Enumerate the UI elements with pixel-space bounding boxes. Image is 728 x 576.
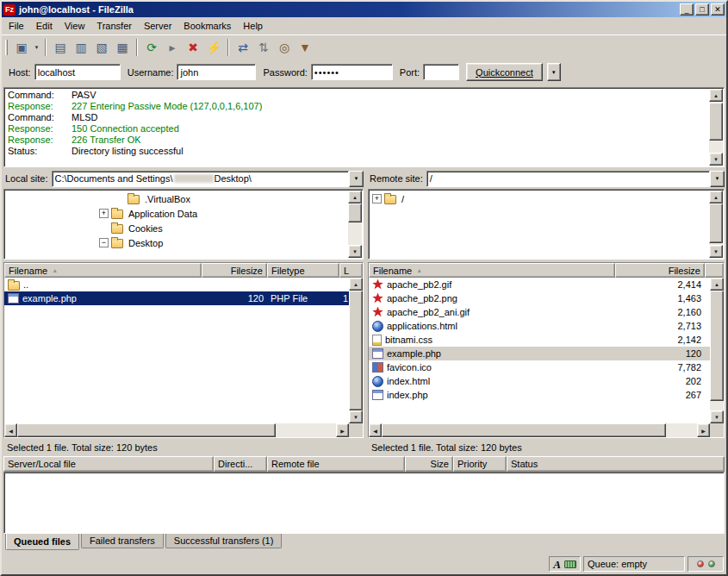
file-row[interactable]: favicon.ico7,782 <box>369 360 710 374</box>
remote-site-value[interactable]: / <box>426 171 710 187</box>
menu-help[interactable]: Help <box>237 18 269 34</box>
scroll-up-icon[interactable]: ▲ <box>709 89 723 102</box>
scroll-down-icon[interactable]: ▼ <box>348 245 362 258</box>
column-header-filesize[interactable]: Filesize <box>615 263 705 278</box>
toggle-remote-tree-icon[interactable]: ▧ <box>91 38 112 57</box>
scroll-left-icon[interactable]: ◀ <box>369 423 382 437</box>
file-row[interactable]: apache_pb2.gif2,414 <box>369 278 710 291</box>
scrollbar-track[interactable] <box>709 102 723 153</box>
quickconnect-dropdown-button[interactable]: ▼ <box>547 63 561 81</box>
scroll-up-icon[interactable]: ▲ <box>710 278 724 291</box>
toggle-log-icon[interactable]: ▤ <box>50 38 71 57</box>
port-input[interactable] <box>423 64 459 80</box>
scrollbar-track[interactable] <box>382 423 697 437</box>
close-button[interactable]: ✕ <box>711 3 725 16</box>
scrollbar-thumb[interactable] <box>17 423 276 437</box>
tree-item[interactable]: −Desktop <box>6 235 345 250</box>
tree-item[interactable]: Cookies <box>6 221 345 235</box>
tree-collapse-icon[interactable]: − <box>99 238 109 247</box>
file-row[interactable]: example.php120 <box>369 347 710 360</box>
site-manager-icon[interactable]: ▣ <box>11 38 32 57</box>
local-site-combo[interactable]: C:\Documents and Settings\ Desktop\ ▼ <box>52 171 364 187</box>
column-header-filler[interactable] <box>705 263 724 278</box>
scrollbar-track[interactable] <box>709 203 723 245</box>
refresh-icon[interactable]: ⟳ <box>141 38 162 57</box>
compare-icon[interactable]: ⇄ <box>233 38 253 57</box>
scrollbar-thumb[interactable] <box>382 423 666 437</box>
scroll-down-icon[interactable]: ▼ <box>709 245 723 258</box>
column-header-l[interactable]: L <box>339 263 363 278</box>
tree-expand-icon[interactable]: + <box>99 209 109 218</box>
local-list-hscrollbar[interactable]: ◀▶ <box>4 423 349 437</box>
menu-transfer[interactable]: Transfer <box>90 18 138 34</box>
quickconnect-button[interactable]: Quickconnect <box>466 63 543 81</box>
tab-successful-transfers-1[interactable]: Successful transfers (1) <box>165 534 283 548</box>
scroll-up-icon[interactable]: ▲ <box>348 191 362 203</box>
scrollbar-thumb[interactable] <box>349 291 363 410</box>
column-header-filetype[interactable]: Filetype <box>267 263 339 278</box>
column-header-priority[interactable]: Priority <box>453 456 507 472</box>
column-header-server-local-file[interactable]: Server/Local file <box>3 456 214 472</box>
scroll-up-icon[interactable]: ▲ <box>709 191 723 203</box>
local-tree-scrollbar[interactable]: ▲▼ <box>348 191 362 258</box>
column-header-remote-file[interactable]: Remote file <box>267 456 405 472</box>
scrollbar-thumb[interactable] <box>348 203 362 222</box>
maximize-button[interactable]: □ <box>695 3 709 16</box>
titlebar[interactable]: Fz john@localhost - FileZilla _ □ ✕ <box>2 2 726 17</box>
column-header-filename[interactable]: Filename▲ <box>4 263 202 278</box>
scroll-down-icon[interactable]: ▼ <box>710 410 724 423</box>
toggle-local-tree-icon[interactable]: ▥ <box>71 38 91 57</box>
local-site-value[interactable]: C:\Documents and Settings\ Desktop\ <box>52 171 349 187</box>
process-queue-icon[interactable]: ▸ <box>162 38 183 57</box>
menu-file[interactable]: File <box>3 18 30 34</box>
minimize-button[interactable]: _ <box>680 3 694 16</box>
tree-item[interactable]: +/ <box>370 191 706 206</box>
scroll-down-icon[interactable]: ▼ <box>709 153 723 166</box>
remote-tree-scrollbar[interactable]: ▲▼ <box>709 191 723 258</box>
menu-view[interactable]: View <box>59 18 91 34</box>
scrollbar-track[interactable] <box>349 291 363 410</box>
tree-expand-icon[interactable]: + <box>372 194 382 203</box>
scrollbar-thumb[interactable] <box>709 203 723 243</box>
scrollbar-track[interactable] <box>348 203 362 245</box>
menu-server[interactable]: Server <box>138 18 177 34</box>
remote-list-vscrollbar[interactable]: ▲▼ <box>710 278 724 423</box>
sync-browsing-icon[interactable]: ⇅ <box>253 38 274 57</box>
menu-bookmarks[interactable]: Bookmarks <box>177 18 237 34</box>
remote-list-hscrollbar[interactable]: ◀▶ <box>369 423 710 437</box>
cancel-icon[interactable]: ✖ <box>183 38 203 57</box>
file-row[interactable]: apache_pb2_ani.gif2,160 <box>369 305 710 319</box>
tree-item[interactable]: +Application Data <box>6 206 345 221</box>
column-header-filename[interactable]: Filename▲ <box>369 263 615 278</box>
host-input[interactable] <box>34 64 121 80</box>
file-row[interactable]: example.php120PHP File1 <box>4 291 349 305</box>
toolbar-grip[interactable] <box>5 40 8 55</box>
local-site-dropdown-button[interactable]: ▼ <box>349 171 364 187</box>
filter-icon[interactable]: ▼ <box>295 38 315 57</box>
transfer-type-icon[interactable]: A <box>553 559 561 570</box>
scroll-right-icon[interactable]: ▶ <box>697 423 710 437</box>
scroll-left-icon[interactable]: ◀ <box>4 423 17 437</box>
column-header-size[interactable]: Size <box>405 456 453 472</box>
remote-site-combo[interactable]: / ▼ <box>426 171 725 187</box>
password-input[interactable] <box>311 64 393 80</box>
find-icon[interactable]: ◎ <box>274 38 295 57</box>
scrollbar-track[interactable] <box>710 291 724 410</box>
site-manager-dropdown-icon[interactable]: ▼ <box>32 38 41 57</box>
scrollbar-track[interactable] <box>17 423 336 437</box>
scrollbar-thumb[interactable] <box>709 103 723 141</box>
username-input[interactable] <box>177 64 256 80</box>
filezilla-logo-icon[interactable]: Fz <box>3 4 16 16</box>
scrollbar-thumb[interactable] <box>710 291 724 401</box>
scroll-right-icon[interactable]: ▶ <box>336 423 349 437</box>
toggle-queue-icon[interactable]: ▦ <box>112 38 133 57</box>
file-row[interactable]: bitnami.css2,142 <box>369 333 710 347</box>
remote-site-dropdown-button[interactable]: ▼ <box>710 171 725 187</box>
column-header-directi[interactable]: Directi... <box>214 456 267 472</box>
file-row[interactable]: index.html202 <box>369 374 710 388</box>
tree-item[interactable]: .VirtualBox <box>6 191 345 206</box>
file-row[interactable]: .. <box>4 278 349 291</box>
keyboard-icon[interactable] <box>564 560 576 568</box>
scroll-up-icon[interactable]: ▲ <box>349 278 363 291</box>
log-scrollbar[interactable]: ▲▼ <box>709 89 723 166</box>
